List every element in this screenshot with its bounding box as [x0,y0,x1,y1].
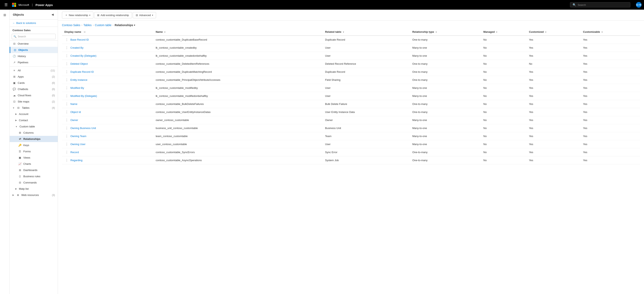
sidebar-item-site-maps[interactable]: ⊡ Site maps (2) [10,98,58,105]
sidebar-search-icon: 🔍 [14,35,16,38]
breadcrumb-current-dropdown-icon[interactable]: ▾ [134,24,135,26]
sidebar-item-objects[interactable]: ◻ Objects [10,47,58,53]
sidebar-item-custom-table[interactable]: ▼ Custom table [10,123,58,130]
sidebar-item-history[interactable]: 🕐 History [10,53,58,59]
main-content: ＋ New relationship ▾ ⊞ Add existing rela… [58,10,644,294]
display-name-link[interactable]: Owning Business Unit [70,127,96,130]
add-existing-relationship-button[interactable]: ⊞ Add existing relationship [94,12,132,18]
hamburger-menu[interactable]: ☰ [2,1,10,8]
sidebar-item-account[interactable]: ▶ Account [10,111,58,117]
new-relationship-button[interactable]: ＋ New relationship ▾ [62,12,93,18]
col-header-managed[interactable]: Managed ▾ [481,28,526,35]
cell-name: business_unit_contoso_customtable [153,124,322,132]
sidebar-item-web-resources[interactable]: ▶ ⊕ Web resources (3) [10,192,58,198]
display-name-link[interactable]: Regarding [70,159,82,162]
display-name-link[interactable]: Modified By (Delegate) [70,94,97,97]
nav-home-icon[interactable]: ⊞ [1,11,8,18]
back-to-solutions[interactable]: ← Back to solutions [10,19,58,27]
sidebar-item-cloud-flows[interactable]: ☁ Cloud flows (0) [10,92,58,98]
row-context-menu-button[interactable]: ⋮ [64,142,69,146]
user-avatar[interactable]: Er M [636,2,642,8]
views-icon: ▣ [18,156,22,159]
sort-related-table-icon[interactable]: ▾ [343,31,344,33]
row-context-menu-button[interactable]: ⋮ [64,102,69,106]
table-row: ⋮ Regarding contoso_customtable_AsyncOpe… [62,156,640,164]
display-name-link[interactable]: Modified By [70,86,84,89]
sidebar-item-apps[interactable]: ⊞ Apps (2) [10,73,58,80]
cell-customized: Yes [526,148,581,156]
row-context-menu-button[interactable]: ⋮ [64,126,69,130]
display-name-link[interactable]: Owning Team [70,135,86,138]
display-name-link[interactable]: Owning User [70,143,86,146]
row-context-menu-button[interactable]: ⋮ [64,86,69,90]
sidebar-item-pipelines[interactable]: ↗ Pipelines [10,59,58,65]
sidebar-item-dashboards[interactable]: ⊞ Dashboards [10,167,58,173]
col-header-customized[interactable]: Customized ▾ [526,28,581,35]
table-row: ⋮ Duplicate Record ID contoso_customtabl… [62,68,640,76]
display-name-link[interactable]: Record [70,151,79,154]
display-name-link[interactable]: Object Id [70,110,81,114]
sidebar-item-relationships[interactable]: ⇄ Relationships [10,136,58,142]
row-context-menu-button[interactable]: ⋮ [64,158,69,162]
display-name-link[interactable]: Owner [70,119,78,122]
cell-relationship-type: Many-to-one [410,124,481,132]
sidebar-item-all[interactable]: ≡ All (11) [10,67,58,73]
cell-display-name: ⋮ Owning Team [62,132,153,140]
sidebar-item-tables[interactable]: ▼ ⊟ Tables (4) [10,105,58,111]
sidebar-item-business-rules[interactable]: ⟨⟩ Business rules [10,173,58,179]
col-header-relationship-type[interactable]: Relationship type ▾ [410,28,481,35]
row-context-menu-button[interactable]: ⋮ [64,46,69,50]
col-header-related-table[interactable]: Related table ▾ [322,28,410,35]
sidebar-collapse-button[interactable]: ◀ [51,12,54,17]
table-row: ⋮ Entity instance contoso_customtable_Pr… [62,76,640,84]
sort-relationship-type-icon[interactable]: ▾ [436,31,437,33]
sidebar-item-forms[interactable]: ☰ Forms [10,148,58,155]
row-context-menu-button[interactable]: ⋮ [64,78,69,82]
col-header-customizable[interactable]: Customizable ▾ [581,28,640,35]
cell-customizable: Yes [581,148,640,156]
sort-display-name-icon[interactable]: ↑ ▾ [83,31,85,33]
global-search[interactable]: 🔍 [570,2,630,7]
display-name-link[interactable]: Created By (Delegate) [70,54,96,57]
col-header-name[interactable]: Name ▾ [153,28,322,35]
row-context-menu-button[interactable]: ⋮ [64,70,69,74]
row-context-menu-button[interactable]: ⋮ [64,94,69,98]
sort-customizable-icon[interactable]: ▾ [602,31,602,33]
breadcrumb-tables[interactable]: Tables [84,23,92,27]
sidebar-item-chatbots[interactable]: 💬 Chatbots (0) [10,86,58,92]
sidebar-item-views[interactable]: ▣ Views [10,155,58,161]
sidebar-item-contact[interactable]: ▶ Contact [10,117,58,123]
cell-name: contoso_customtable_DuplicateBaseRecord [153,35,322,44]
row-context-menu-button[interactable]: ⋮ [64,150,69,154]
sort-customized-icon[interactable]: ▾ [545,31,546,33]
display-name-link[interactable]: Deleted Object [70,62,88,65]
sidebar-item-cards[interactable]: ▣ Cards (0) [10,80,58,86]
display-name-link[interactable]: Entity instance [70,78,88,81]
col-header-display-name[interactable]: Display name ↑ ▾ [62,28,153,35]
sidebar-item-columns[interactable]: ⊞ Columns [10,130,58,136]
sidebar-item-matp-list[interactable]: ▶ Matp list [10,186,58,192]
sidebar-item-overview[interactable]: ⊟ Overview [10,41,58,47]
display-name-link[interactable]: Duplicate Record ID [70,70,94,73]
search-input[interactable] [578,3,628,6]
display-name-link[interactable]: Name [70,102,78,105]
sort-name-icon[interactable]: ▾ [164,31,165,33]
breadcrumb-contoso-sales[interactable]: Contoso Sales [62,23,80,27]
row-context-menu-button[interactable]: ⋮ [64,134,69,138]
breadcrumb: Contoso Sales › Tables › Custom table › … [58,21,644,28]
row-context-menu-button[interactable]: ⋮ [64,118,69,122]
display-name-link[interactable]: Base Record ID [70,38,89,41]
row-context-menu-button[interactable]: ⋮ [64,110,69,114]
cell-relationship-type: One-to-many [410,156,481,164]
row-context-menu-button[interactable]: ⋮ [64,38,69,42]
breadcrumb-custom-table[interactable]: Custom table [95,23,112,27]
row-context-menu-button[interactable]: ⋮ [64,54,69,58]
advanced-button[interactable]: ⊟ Advanced ▾ [133,12,156,18]
sidebar-item-charts[interactable]: 📈 Charts [10,161,58,167]
sidebar-item-commands[interactable]: ⊟ Commands [10,179,58,186]
row-context-menu-button[interactable]: ⋮ [64,62,69,66]
sidebar-search-input[interactable] [18,35,54,38]
sort-managed-icon[interactable]: ▾ [496,31,497,33]
sidebar-item-keys[interactable]: 🔑 Keys [10,142,58,148]
display-name-link[interactable]: Created By [70,46,84,49]
